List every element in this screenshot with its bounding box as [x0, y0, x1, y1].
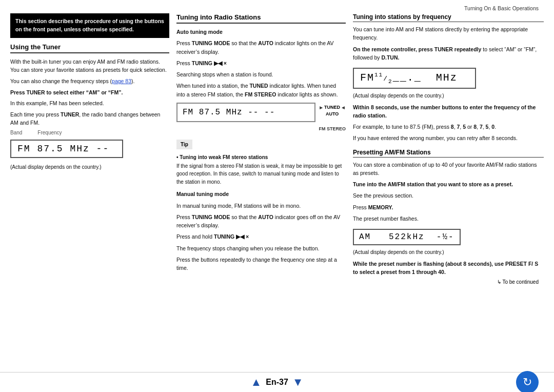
manual-tuning-label: Manual tuning mode	[176, 190, 346, 198]
tri-left-icon: ►	[319, 105, 324, 110]
am-display-wrapper: AM 522kHz -½-	[353, 226, 544, 248]
band-freq-labels: Band Frequency	[10, 130, 169, 135]
band-label: Band	[10, 130, 22, 135]
tuned-label-text: TUNED	[324, 105, 340, 110]
footer-page-label: En-37	[266, 378, 288, 387]
auto-step1: Press TUNING MODE so that the AUTO indic…	[176, 39, 346, 56]
auto-step3-text: When tuned into a station, the TUNED ind…	[176, 82, 346, 99]
footer: ▲ En-37 ▼ ↻	[0, 372, 554, 392]
auto-step2: Press TUNING ▶◀ ×	[176, 59, 346, 67]
actual-display-2: (Actual display depends on the country.)	[353, 92, 544, 100]
within-8sec: Within 8 seconds, use the number buttons…	[353, 103, 544, 120]
manual-step2: Press and hold TUNING ▶◀ ×	[176, 232, 346, 241]
footer-back-button[interactable]: ↻	[516, 371, 539, 392]
info-box: This section describes the procedure of …	[10, 13, 169, 38]
mid-column: Tuning into Radio Stations Auto tuning m…	[176, 13, 346, 367]
manual-detail1: The frequency stops changing when you re…	[176, 244, 346, 252]
actual-display-3: (Actual display depends on the country.)	[353, 248, 544, 257]
tip-text: If the signal from a stereo FM station i…	[176, 162, 346, 186]
see-prev: See the previous section.	[353, 191, 544, 200]
fm-display-1: FM 87.5 MHz --	[10, 140, 123, 158]
footer-page-nav[interactable]: ▲ En-37 ▼	[250, 376, 303, 389]
manual-text: In manual tuning mode, FM stations will …	[176, 202, 346, 210]
page-header: Turning On & Basic Operations	[0, 5, 554, 13]
fm-display-2-wrapper: FM11/2__._ MHz	[353, 65, 544, 92]
press-memory: Press MEMORY.	[353, 203, 544, 211]
intro-text: With the built-in tuner you can enjoy AM…	[10, 57, 169, 74]
tuned-indicators: ► TUNED ◄ AUTO	[319, 103, 346, 116]
tri-right-icon: ◄	[341, 105, 346, 110]
freq-label: Frequency	[37, 130, 62, 135]
actual-display-1: (Actual display depends on the country.)	[10, 163, 169, 171]
tip-label: Tip	[176, 140, 192, 149]
freq-steps-text: You can also change the frequency steps …	[10, 77, 169, 85]
manual-step1: Press TUNING MODE so that the AUTO indic…	[176, 213, 346, 230]
auto-indicator-label: AUTO	[326, 111, 339, 116]
tip-section: Tip • Tuning into weak FM stereo station…	[176, 135, 346, 186]
tuned-indicator: ► TUNED ◄	[319, 105, 346, 110]
am-display: AM 522kHz -½-	[353, 229, 461, 245]
left-column: This section describes the procedure of …	[10, 13, 169, 367]
tuned-display-wrapper: FM 87.5 MHz -- -- ► TUNED ◄ AUTO	[176, 103, 346, 122]
fm-stereo-label: FM STEREO	[176, 126, 346, 131]
presetting-intro: You can store a combination of up to 40 …	[353, 161, 544, 178]
for-example: For example, to tune to 87.5 (FM), press…	[353, 123, 544, 131]
in-example-text: In this example, FM has been selected.	[10, 99, 169, 107]
page83-link[interactable]: page 83	[112, 78, 131, 84]
page: Turning On & Basic Operations This secti…	[0, 0, 554, 392]
to-be-continued: ↳ To be continued	[353, 279, 544, 285]
tuning-radio-title: Tuning into Radio Stations	[176, 13, 346, 24]
freq-section-title: Tuning into stations by frequency	[353, 13, 544, 22]
presetting-title: Presetting AM/FM Stations	[353, 149, 544, 158]
header-title: Turning On & Basic Operations	[464, 5, 539, 11]
back-icon: ↻	[523, 376, 532, 389]
using-tuner-title: Using the Tuner	[10, 43, 169, 53]
tip-content: • Tuning into weak FM stereo stations If…	[176, 153, 346, 186]
freq-intro: You can tune into AM and FM stations dir…	[353, 25, 544, 42]
each-time-text: Each time you press TUNER, the radio ban…	[10, 110, 169, 127]
tune-in-bold: Tune into the AM/FM station that you wan…	[353, 180, 544, 188]
footer-arrow-down-icon[interactable]: ▼	[292, 376, 304, 389]
auto-tuning-label: Auto tuning mode	[176, 28, 346, 36]
right-column: Tuning into stations by frequency You ca…	[353, 13, 544, 367]
freq-step1: On the remote controller, press TUNER re…	[353, 45, 544, 62]
tuned-display-box: FM 87.5 MHz -- --	[176, 103, 315, 122]
manual-detail2: Press the buttons repeatedly to change t…	[176, 256, 346, 272]
press-tuner-instruction: Press TUNER to select either “AM” or “FM…	[10, 88, 169, 96]
main-content: This section describes the procedure of …	[0, 13, 554, 372]
auto-step2-text: Searching stops when a station is found.	[176, 70, 346, 79]
footer-arrow-up-icon[interactable]: ▲	[250, 376, 262, 389]
preset-flashes: The preset number flashes.	[353, 214, 544, 223]
display-box-1: FM 87.5 MHz --	[10, 136, 169, 161]
info-box-text: This section describes the procedure of …	[15, 18, 164, 32]
fm-display-2: FM11/2__._ MHz	[353, 68, 476, 89]
if-wrong: If you have entered the wrong number, yo…	[353, 134, 544, 142]
tip-heading: • Tuning into weak FM stereo stations	[176, 154, 268, 160]
within-8sec-2: While the preset number is flashing (abo…	[353, 260, 544, 277]
